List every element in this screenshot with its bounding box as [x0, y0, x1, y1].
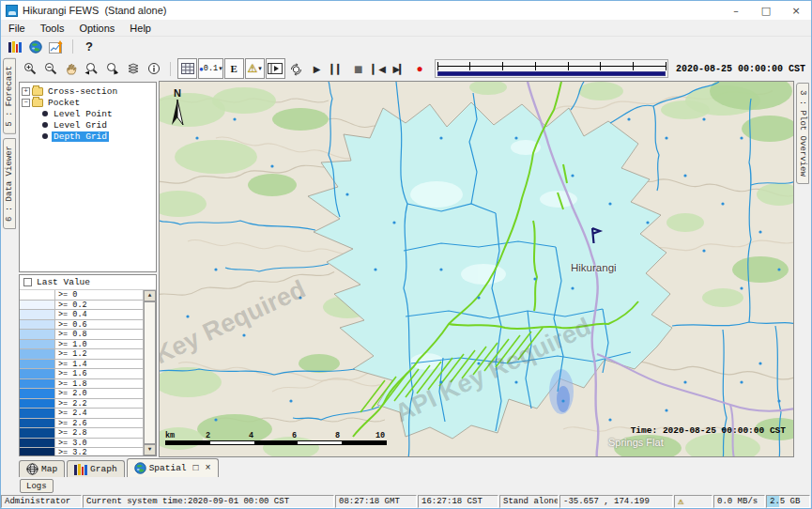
- help-button[interactable]: ?: [79, 38, 100, 56]
- play-icon: ▶: [314, 64, 320, 74]
- skip-end-icon: ▶▎: [392, 64, 405, 74]
- menu-options[interactable]: Options: [71, 22, 122, 35]
- legend-row[interactable]: >= 1.2: [20, 349, 143, 360]
- tab-map[interactable]: Map: [19, 460, 65, 477]
- warnings-dropdown[interactable]: ⚠ ▾: [245, 58, 265, 79]
- grid-icon: [181, 63, 194, 74]
- zoom-previous-button[interactable]: [82, 58, 101, 79]
- animation-settings-button[interactable]: [286, 58, 306, 79]
- tree-item-level-grid[interactable]: Level Grid: [22, 119, 154, 131]
- map-time-label: Time: 2020-08-25 00:00:00 CST: [631, 425, 786, 436]
- record-button[interactable]: ●: [410, 58, 430, 79]
- legend-class-label: >= 0.6: [55, 320, 87, 330]
- info-button[interactable]: [144, 58, 163, 79]
- legend-row[interactable]: >= 0: [20, 290, 143, 301]
- profile-icon: E: [231, 63, 237, 74]
- tree-item-label-selected: Depth Grid: [52, 131, 109, 142]
- legend-class-label: >= 1.0: [55, 340, 87, 349]
- close-panel-icon[interactable]: ×: [206, 463, 211, 473]
- scale-bar: km 2 4 6 8 10: [165, 431, 387, 445]
- tab-data-viewer[interactable]: 6 : Data Viewer: [3, 138, 16, 229]
- tab-plot-overview[interactable]: 3 : Plot Overview: [796, 83, 809, 184]
- legend-row[interactable]: >= 2.4: [20, 409, 143, 419]
- folder-icon: [32, 87, 43, 96]
- layers-button[interactable]: [123, 58, 143, 79]
- pause-icon: ▎▎: [330, 64, 343, 74]
- logs-button[interactable]: Logs: [20, 479, 54, 493]
- app-logo-icon: [6, 5, 18, 17]
- legend-row[interactable]: >= 2.0: [20, 389, 143, 399]
- movie-player-icon: [268, 63, 283, 74]
- zoom-out-button[interactable]: [40, 58, 60, 79]
- maximize-button[interactable]: □: [751, 1, 781, 20]
- scroll-down-icon[interactable]: ▼: [144, 444, 156, 455]
- first-frame-button[interactable]: ▎◀: [369, 58, 389, 79]
- tree-item-pocket[interactable]: − Pocket: [22, 97, 154, 108]
- last-frame-button[interactable]: ▶▎: [390, 58, 409, 79]
- map-display-button[interactable]: [25, 38, 46, 56]
- data-display-button[interactable]: [5, 38, 25, 56]
- legend-class-label: >= 2.0: [55, 389, 87, 398]
- collapse-icon[interactable]: −: [22, 99, 30, 107]
- scale-unit-label: km: [165, 431, 175, 440]
- map-view[interactable]: N API Key Required API Key Required Hiku…: [159, 81, 794, 457]
- legend-panel: Last Value >= 0>= 0.2>= 0.4>= 0.6>= 0.8>…: [19, 274, 157, 456]
- toolbar-separator: [72, 39, 73, 54]
- status-bar: Administrator Current system time:2020-0…: [1, 495, 811, 508]
- legend-row[interactable]: >= 1.0: [20, 340, 143, 350]
- legend-row[interactable]: >= 2.8: [20, 428, 143, 439]
- maximize-panel-icon[interactable]: □: [193, 463, 199, 473]
- last-value-checkbox[interactable]: [23, 278, 32, 286]
- menu-file[interactable]: File: [1, 22, 33, 35]
- tab-graph[interactable]: Graph: [67, 460, 125, 477]
- tree-item-depth-grid[interactable]: Depth Grid: [22, 131, 154, 142]
- legend-color-swatch: [20, 360, 55, 369]
- legend-row[interactable]: >= 3.0: [20, 439, 143, 449]
- layers-icon: [126, 62, 141, 75]
- legend-class-label: >= 1.8: [55, 379, 87, 389]
- scrollbar-thumb[interactable]: [144, 301, 156, 444]
- legend-row[interactable]: >= 1.8: [20, 379, 143, 390]
- warning-cell[interactable]: ⚠: [674, 495, 712, 508]
- legend-row[interactable]: >= 1.6: [20, 369, 143, 379]
- zoom-next-button[interactable]: [102, 58, 122, 79]
- legend-row[interactable]: >= 3.2: [20, 448, 143, 455]
- legend-row[interactable]: >= 2.6: [20, 419, 143, 429]
- legend-row[interactable]: >= 0.6: [20, 320, 143, 331]
- menu-tools[interactable]: Tools: [33, 22, 72, 35]
- timeline-slider[interactable]: [435, 59, 668, 78]
- tab-map-label: Map: [41, 464, 57, 474]
- point-size-dropdown[interactable]: ● 0.1 ▾: [198, 58, 223, 79]
- animation-player-button[interactable]: [266, 58, 285, 79]
- north-label: N: [167, 87, 188, 99]
- legend-row[interactable]: >= 0.8: [20, 330, 143, 340]
- legend-scrollbar[interactable]: ▲ ▼: [144, 290, 156, 455]
- pan-button[interactable]: [61, 58, 81, 79]
- scroll-up-icon[interactable]: ▲: [144, 290, 156, 301]
- minimize-button[interactable]: –: [721, 1, 751, 20]
- legend-row[interactable]: >= 0.4: [20, 310, 143, 320]
- folder-icon: [32, 99, 43, 107]
- tree-item-cross-section[interactable]: + Cross-section: [22, 85, 154, 97]
- menu-help[interactable]: Help: [122, 22, 159, 35]
- forecast-dialog-button[interactable]: [46, 38, 67, 56]
- pause-button[interactable]: ▎▎: [328, 58, 347, 79]
- legend-row[interactable]: >= 0.2: [20, 301, 143, 311]
- data-display-icon: [8, 41, 22, 53]
- memory-cell[interactable]: 2.5 GB: [766, 495, 810, 508]
- close-button[interactable]: ×: [781, 1, 811, 20]
- grid-button[interactable]: [177, 58, 197, 79]
- expand-icon[interactable]: +: [22, 87, 30, 96]
- legend-row[interactable]: >= 1.4: [20, 360, 143, 370]
- legend-row[interactable]: >= 2.2: [20, 399, 143, 409]
- play-button[interactable]: ▶: [307, 58, 327, 79]
- profile-button[interactable]: E: [224, 58, 244, 79]
- help-icon: ?: [85, 39, 93, 54]
- map-label-locality: Springs Flat: [608, 437, 664, 448]
- zoom-in-button[interactable]: [20, 58, 39, 79]
- tab-forecast[interactable]: 5 : Forecast: [3, 58, 16, 134]
- legend-color-swatch: [20, 379, 55, 389]
- tree-item-level-point[interactable]: Level Point: [22, 108, 154, 119]
- tab-spatial[interactable]: Spatial □ ×: [127, 458, 219, 477]
- stop-button[interactable]: ■: [348, 58, 368, 79]
